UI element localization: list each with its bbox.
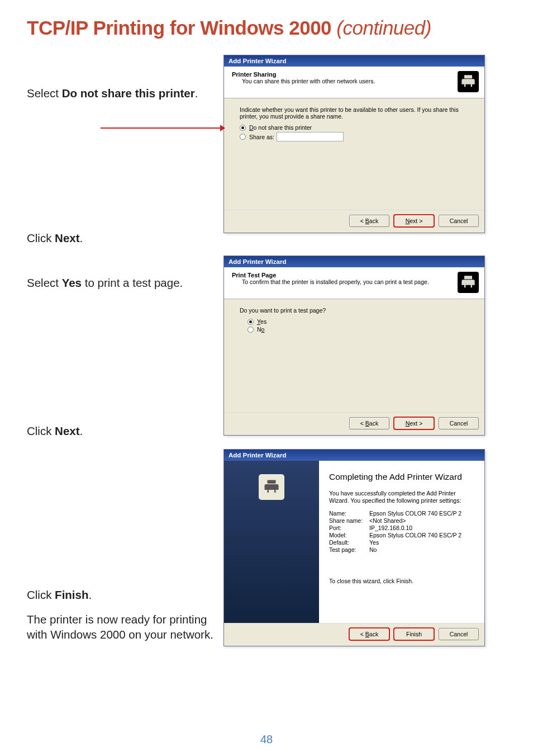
next-button[interactable]: Next > [394,417,434,429]
share-name-input[interactable] [277,132,344,141]
back-button[interactable]: < Back [349,628,389,640]
radio-label: Share as: [249,134,274,140]
cancel-button[interactable]: Cancel [439,215,479,227]
page-title: TCP/IP Printing for Windows 2000 (contin… [27,17,506,39]
finish-button[interactable]: Finish [394,628,434,640]
back-button[interactable]: < Back [349,215,389,227]
completing-sub: You have successfully completed the Add … [329,490,474,504]
summary-row-model: Model:Epson Stylus COLOR 740 ESC/P 2 [329,532,474,538]
summary-row-port: Port:IP_192.168.0.10 [329,525,474,531]
close-hint: To close this wizard, click Finish. [329,578,474,584]
radio-share-as[interactable]: Share as: [240,132,469,141]
dialog-print-test-page: Add Printer Wizard Print Test Page To co… [223,256,485,436]
page-title-continued: (continued) [336,17,431,39]
dialog-title: Add Printer Wizard [224,256,484,267]
printer-icon [458,272,479,293]
instruction-select-yes: Select Yes to print a test page. [27,276,216,291]
summary-row-name: Name:Epson Stylus COLOR 740 ESC/P 2 [329,510,474,517]
cancel-button[interactable]: Cancel [439,417,479,429]
printer-icon [458,71,479,92]
instruction-click-finish: Click Finish. [27,588,216,603]
instruction-ready: The printer is now ready for printing wi… [27,612,216,642]
dialog-header-main: Print Test Page [232,272,454,278]
back-button[interactable]: < Back [349,417,389,429]
page-number: 48 [0,733,533,746]
instruction-click-next-2: Click Next. [27,424,216,439]
dialog-header-main: Printer Sharing [232,71,454,78]
next-button[interactable]: Next > [394,215,434,227]
completing-heading: Completing the Add Printer Wizard [329,472,474,482]
page-title-main: TCP/IP Printing for Windows 2000 [27,17,336,39]
radio-no[interactable]: No [248,326,469,333]
dialog-title: Add Printer Wizard [224,450,484,461]
dialog-title: Add Printer Wizard [224,55,484,67]
radio-do-not-share[interactable]: Do not share this printer [240,124,469,131]
radio-icon [248,319,254,325]
instruction-click-next-1: Click Next. [27,231,216,246]
dialog-header-sub: To confirm that the printer is installed… [232,278,454,285]
dialog-body-intro: Indicate whether you want this printer t… [240,106,469,120]
dialog-header-sub: You can share this printer with other ne… [232,78,454,84]
dialog-printer-sharing: Add Printer Wizard Printer Sharing You c… [223,55,485,233]
printer-icon [259,474,284,500]
summary-row-default: Default:Yes [329,539,474,546]
dialog-question: Do you want to print a test page? [240,307,469,314]
radio-icon [240,125,246,131]
cancel-button[interactable]: Cancel [439,628,479,640]
radio-icon [248,327,254,333]
radio-yes[interactable]: Yes [248,318,469,325]
radio-label: o not share this printer [254,124,312,131]
wizard-side-graphic [224,461,319,623]
arrow-indicator [101,127,225,129]
instruction-select-no-share: Select Do not share this printer. [27,86,216,101]
radio-icon [240,134,246,140]
dialog-completing-wizard: Add Printer Wizard Completing the Add Pr… [223,449,485,646]
summary-row-testpage: Test page:No [329,546,474,553]
summary-row-share: Share name:<Not Shared> [329,517,474,524]
